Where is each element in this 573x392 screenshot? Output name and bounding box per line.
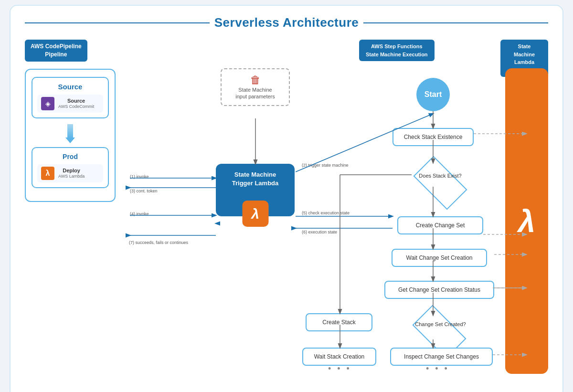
codecommit-row: ◈ Source AWS CodeCommit	[37, 95, 103, 113]
node-does-stack-diamond	[413, 156, 467, 210]
node-create-stack: Create Stack	[306, 313, 372, 331]
prod-box: Prod λ Deploy AWS Lambda	[32, 147, 109, 188]
prod-title: Prod	[37, 153, 103, 160]
arrow-label-1-invoke: (1) invoke	[130, 174, 149, 179]
node-wait-change-set: Wait Change Set Creation	[392, 249, 487, 267]
pipeline-box: Source ◈ Source AWS CodeCommit Prod	[25, 69, 116, 202]
codecommit-icon: ◈	[41, 97, 54, 110]
diagram-container: Serverless Architecture AWS CodePipeline…	[10, 5, 563, 392]
node-change-set-created-text: Change Set Created?	[406, 321, 475, 328]
node-get-change-set-status: Get Change Set Creation Status	[384, 281, 494, 299]
codepipeline-label: AWS CodePipeline Pipeline	[25, 40, 87, 62]
arrow-label-2-trigger: (2) trigger state machine	[302, 163, 349, 168]
sm-input-text: State Machineinput parameters	[228, 86, 282, 100]
sm-input-icon: 🗑	[228, 74, 282, 86]
lambda-badge: λ	[242, 201, 268, 227]
node-start: Start	[416, 78, 450, 111]
arrow-label-5-check: (5) check execution state	[302, 211, 350, 215]
node-inspect-change-set: Inspect Change Set Changes	[390, 348, 493, 366]
arrow-source-to-prod	[63, 124, 77, 143]
left-panel: AWS CodePipeline Pipeline Source ◈ Sourc…	[25, 40, 125, 383]
arrow-label-7: (7) succeeds, fails or continues	[129, 240, 188, 246]
node-wait-stack-creation: Wait Stack Creation	[302, 348, 376, 366]
lambda-column: λ	[505, 68, 548, 374]
source-service-sub: AWS CodeCommit	[58, 104, 94, 109]
source-title: Source	[37, 83, 103, 91]
trigger-lambda-box: State MachineTrigger Lambda λ	[216, 164, 295, 216]
node-check-stack: Check Stack Existence	[393, 128, 474, 146]
lambda-large-symbol: λ	[518, 203, 535, 239]
deploy-row: λ Deploy AWS Lambda	[37, 164, 103, 182]
sf-label: AWS Step Functions State Machine Executi…	[359, 40, 435, 61]
arrow-label-3-token: (3) cont. token	[130, 189, 158, 193]
content-area: AWS CodePipeline Pipeline Source ◈ Sourc…	[25, 40, 548, 383]
deploy-service-name: Deploy	[58, 168, 85, 174]
main-flow-area: 🗑 State Machineinput parameters State Ma…	[125, 40, 548, 383]
lambda-icon-small: λ	[41, 167, 54, 180]
source-service-name: Source	[58, 98, 94, 104]
source-box: Source ◈ Source AWS CodeCommit	[32, 77, 109, 118]
main-title: Serverless Architecture	[25, 15, 548, 30]
arrow-label-4-invoke: (4) invoke	[130, 212, 149, 216]
dots-right: • • •	[426, 364, 449, 374]
deploy-service-sub: AWS Lambda	[58, 174, 85, 179]
node-does-stack-text: Does Stack Exist?	[407, 172, 474, 179]
arrow-label-6-exec: (6) execution state	[302, 230, 337, 234]
node-create-change-set: Create Change Set	[397, 216, 483, 234]
sm-input-box: 🗑 State Machineinput parameters	[221, 68, 290, 106]
dots-left: • • •	[328, 364, 351, 374]
